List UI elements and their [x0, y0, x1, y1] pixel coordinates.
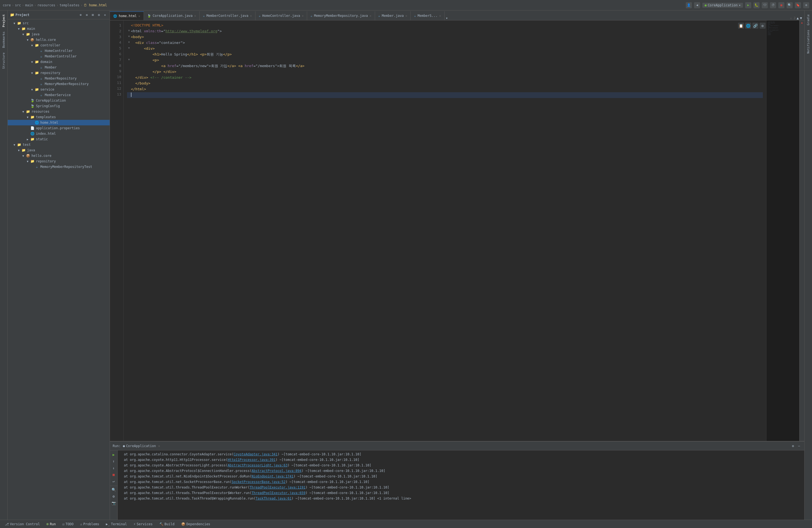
- bottom-tab-run[interactable]: Run: [44, 521, 59, 527]
- bc-src[interactable]: src: [15, 3, 21, 7]
- bottom-tab-todo[interactable]: ☑ TODO: [60, 521, 76, 527]
- bottom-tab-deps[interactable]: 📦 Dependencies: [178, 521, 213, 527]
- link-absprocessor[interactable]: AbstractProcessorLight.java:63: [228, 464, 288, 467]
- fold-3[interactable]: ▼: [127, 34, 131, 39]
- collapse-btn[interactable]: ≡: [84, 12, 89, 17]
- panel-close-btn[interactable]: ✕: [102, 12, 107, 17]
- tree-item-domain[interactable]: ▼ 📁 domain: [8, 59, 110, 64]
- tree-item-memorytest[interactable]: ☕ MemoryMemberRepositoryTest: [8, 164, 110, 170]
- tree-item-src[interactable]: ▼ 📁 src: [8, 20, 110, 26]
- profile-run-btn[interactable]: ⏱: [770, 2, 776, 8]
- tree-item-resources[interactable]: ▼ 📁 resources: [8, 109, 110, 114]
- run-config[interactable]: ● CoreApplication ▾: [702, 3, 743, 8]
- coverage-btn[interactable]: 🛡: [762, 2, 768, 8]
- structure-tab[interactable]: Structure: [1, 51, 6, 71]
- bottom-tab-terminal[interactable]: ▶_ Terminal: [103, 521, 130, 527]
- tab-close-members[interactable]: ✕: [439, 14, 441, 18]
- bottom-tab-problems[interactable]: ⚠ Problems: [77, 521, 102, 527]
- tree-item-membercontroller[interactable]: ☕ MemberController: [8, 54, 110, 59]
- float-btn-4[interactable]: ⚙: [759, 23, 766, 29]
- tree-item-service[interactable]: ▼ 📁 service: [8, 87, 110, 92]
- tree-item-controller[interactable]: ▼ 📁 controller: [8, 43, 110, 48]
- tree-item-static[interactable]: ▶ 📁 static: [8, 136, 110, 142]
- bottom-tab-build[interactable]: 🔨 Build: [157, 521, 177, 527]
- scroll-up-btn[interactable]: ↑: [111, 458, 117, 464]
- float-btn-2[interactable]: 🌐: [745, 23, 751, 29]
- console-output[interactable]: at org.apache.catalina.connector.CoyoteA…: [118, 450, 804, 520]
- rerun-btn[interactable]: ▶: [111, 452, 117, 458]
- tree-item-testjava[interactable]: ▼ 📁 java: [8, 147, 110, 153]
- bookmark-btn[interactable]: 🔖: [795, 2, 801, 8]
- notifications-tab[interactable]: Notifications: [806, 28, 811, 55]
- gradle-tab[interactable]: Gradle: [806, 13, 811, 27]
- tree-item-member[interactable]: ☕ Member: [8, 64, 110, 70]
- bc-resources[interactable]: resources: [37, 3, 55, 7]
- tree-item-testrepo[interactable]: ▼ 📁 repository: [8, 159, 110, 164]
- tree-item-homecontroller[interactable]: ☕ HomeController: [8, 48, 110, 54]
- bc-core[interactable]: core: [3, 3, 11, 7]
- tab-more-btn[interactable]: ▾: [445, 16, 449, 20]
- tree-item-springconfig[interactable]: 🍃 SpringConfig: [8, 103, 110, 109]
- tab-membercontroller[interactable]: ☕ MemberController.java ✕: [200, 11, 256, 20]
- tab-close-memorymemberrepo[interactable]: ✕: [369, 14, 372, 18]
- tree-item-appprops[interactable]: 📄 application.properties: [8, 126, 110, 131]
- tree-item-memoryrepo[interactable]: ☕ MemoryMemberRepository: [8, 81, 110, 87]
- settings-btn[interactable]: ⚙: [803, 2, 809, 8]
- link-nioendpoint[interactable]: NioEndpoint.java:1741: [251, 474, 294, 478]
- tree-item-hellocore[interactable]: ▼ 📦 hello.core: [8, 37, 110, 43]
- tab-member[interactable]: ☕ Member.java ✕: [375, 11, 411, 20]
- fold-4[interactable]: ▼: [127, 40, 131, 44]
- fold-7[interactable]: ▼: [127, 57, 131, 62]
- panel-settings-btn[interactable]: ⚙: [97, 12, 101, 17]
- run-header-config[interactable]: ● CoreApplication ✕: [123, 444, 160, 448]
- soft-wrap-btn[interactable]: ↵: [111, 478, 117, 484]
- link-coyote[interactable]: CoyoteAdapter.java:341: [234, 452, 278, 456]
- scroll-down-btn[interactable]: ▼: [800, 16, 802, 20]
- tab-members[interactable]: ☕ MemberS... ✕: [411, 11, 445, 20]
- link-http11[interactable]: Http11Processor.java:391: [228, 458, 275, 462]
- tree-item-memberrepo[interactable]: ☕ MemberRepository: [8, 76, 110, 81]
- bc-templeates[interactable]: templeates: [59, 3, 79, 7]
- tree-item-test[interactable]: ▼ 📁 test: [8, 142, 110, 147]
- tree-item-java[interactable]: ▼ 📁 java: [8, 31, 110, 37]
- camera-btn[interactable]: 📷: [111, 500, 117, 506]
- settings-run-btn[interactable]: ⚙: [111, 493, 117, 499]
- scroll-up-btn[interactable]: ▲: [797, 16, 799, 20]
- scroll-down-btn2[interactable]: ↓: [111, 465, 117, 471]
- tab-close-homecontroller[interactable]: ✕: [302, 14, 304, 18]
- tree-item-memberservice[interactable]: ☕ MemberService: [8, 92, 110, 98]
- tree-item-main[interactable]: ▼ 📁 main: [8, 26, 110, 31]
- link-threadpool2[interactable]: ThreadPoolExecutor.java:659: [251, 491, 305, 495]
- arrow-left-btn[interactable]: ◀: [694, 2, 700, 8]
- stop-btn[interactable]: ■: [778, 2, 784, 8]
- panel-settings-btn2[interactable]: ⚙: [791, 443, 795, 449]
- bookmarks-tab[interactable]: Bookmarks: [1, 30, 6, 50]
- tab-memorymemberrepo[interactable]: ☕ MemoryMemberRepository.java ✕: [307, 11, 375, 20]
- run-config-close[interactable]: ✕: [158, 444, 160, 448]
- tab-close-member[interactable]: ✕: [405, 14, 407, 18]
- tree-item-homehtml[interactable]: 🌐 home.html: [8, 120, 110, 126]
- link-taskthread[interactable]: TaskThread.java:61: [256, 497, 291, 500]
- tab-close-membercontroller[interactable]: ✕: [250, 14, 252, 18]
- debug-btn[interactable]: 🐛: [753, 2, 759, 8]
- stop-run-btn[interactable]: ■: [111, 471, 117, 478]
- tree-item-testhellocore[interactable]: ▼ 📦 hello.core: [8, 153, 110, 159]
- tab-homecontroller[interactable]: ☕ HomeController.java ✕: [256, 11, 307, 20]
- fold-2[interactable]: ▼: [127, 28, 131, 33]
- float-btn-3[interactable]: 🔗: [752, 23, 758, 29]
- expand-btn[interactable]: ⊞: [90, 12, 95, 17]
- tree-item-templeates[interactable]: ▼ 📁 templeates: [8, 114, 110, 120]
- panel-close-btn2[interactable]: —: [797, 443, 801, 449]
- bc-main[interactable]: main: [25, 3, 33, 7]
- bottom-tab-services[interactable]: ⚡ Services: [131, 521, 155, 527]
- code-area[interactable]: <!DOCTYPE HTML> ▼ <html xmlns:th="http:/…: [124, 20, 766, 441]
- locate-btn[interactable]: ⊕: [78, 12, 83, 17]
- run-btn[interactable]: ▶: [745, 2, 751, 8]
- tab-close-homehtml[interactable]: ✕: [139, 14, 140, 18]
- link-absprotocol[interactable]: AbstractProtocol.java:894: [251, 469, 302, 473]
- bottom-tab-vc[interactable]: ⎇ Version Control: [2, 521, 43, 527]
- profile-btn[interactable]: 👤: [686, 2, 692, 8]
- project-tab[interactable]: Project: [1, 13, 6, 29]
- tree-item-repository[interactable]: ▼ 📁 repository: [8, 70, 110, 76]
- float-btn-1[interactable]: 📋: [738, 23, 744, 29]
